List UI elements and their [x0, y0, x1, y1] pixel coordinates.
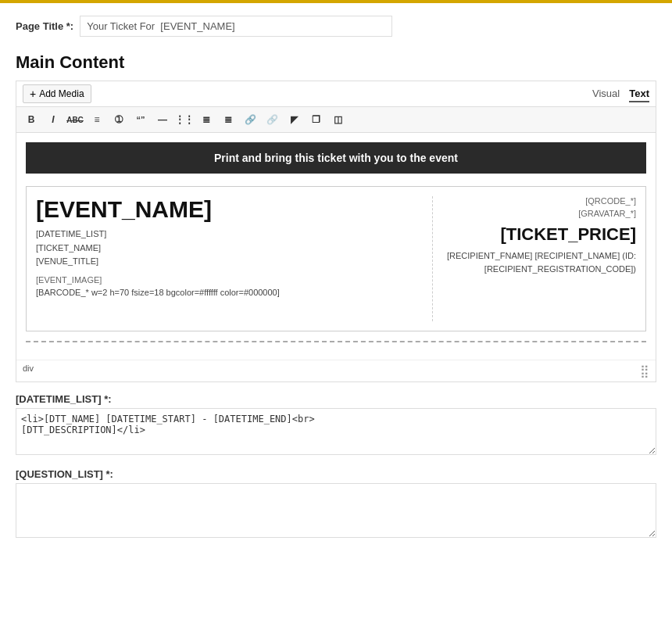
page-title-label: Page Title *: — [16, 16, 73, 32]
ticket-inner: [EVENT_NAME] [DATETIME_LIST] [TICKET_NAM… — [36, 196, 636, 321]
more-button[interactable]: ◫ — [327, 110, 348, 129]
add-media-label: Add Media — [39, 88, 84, 99]
page-title-row: Page Title *: — [16, 16, 656, 37]
datetime-field-textarea[interactable]: <li>[DTT_NAME] [DATETIME_START] - [DATET… — [16, 408, 656, 455]
recipient-tag: [RECIPIENT_FNAME] [RECIPIENT_LNAME] (ID:… — [442, 249, 636, 275]
editor-footer: div ⣿ — [16, 360, 656, 381]
qrcode-tag: [QRCODE_*] — [442, 196, 636, 206]
editor-topbar: + Add Media Visual Text — [16, 81, 656, 107]
question-list-section: [QUESTION_LIST] *: — [16, 468, 656, 540]
datetime-field: [DATETIME_LIST] *: <li>[DTT_NAME] [DATET… — [16, 393, 656, 457]
editor-element-label: div — [23, 364, 34, 378]
link-button[interactable]: 🔗 — [240, 110, 260, 129]
ticket-banner: Print and bring this ticket with you to … — [26, 142, 646, 174]
align-right-button[interactable]: ≣ — [218, 110, 238, 129]
italic-button[interactable]: I — [43, 110, 63, 129]
venue-title-tag: [VENUE_TITLE] — [36, 255, 423, 269]
ticket-right: [QRCODE_*] [GRAVATAR_*] [TICKET_PRICE] [… — [433, 196, 636, 321]
editor-area: + Add Media Visual Text B I ABC ≡ ➀ “” —… — [16, 81, 656, 382]
datetime-field-label: [DATETIME_LIST] *: — [16, 393, 656, 405]
ticket-price-tag: [TICKET_PRICE] — [500, 224, 636, 245]
ordered-list-button[interactable]: ➀ — [109, 110, 129, 129]
unlink-button[interactable]: 🔗 — [262, 110, 282, 129]
datetime-list-tag: [DATETIME_LIST] — [36, 227, 423, 242]
table-button[interactable]: ◤ — [284, 110, 304, 129]
tab-visual[interactable]: Visual — [592, 86, 620, 102]
page-title-input[interactable] — [80, 16, 392, 37]
hr-button[interactable]: — — [152, 110, 173, 129]
blockquote-button[interactable]: “” — [130, 110, 151, 129]
gravatar-tag: [GRAVATAR_*] — [578, 209, 636, 218]
ticket-meta: [DATETIME_LIST] [TICKET_NAME] [VENUE_TIT… — [36, 227, 423, 269]
dashed-separator — [26, 341, 646, 342]
ticket-left: [EVENT_NAME] [DATETIME_LIST] [TICKET_NAM… — [36, 196, 433, 321]
event-image-tag: [EVENT_IMAGE] — [36, 275, 423, 285]
align-left-button[interactable]: ⋮⋮ — [174, 110, 195, 129]
barcode-tag: [BARCODE_* w=2 h=70 fsize=18 bgcolor=#ff… — [36, 288, 423, 297]
fullscreen-button[interactable]: ❐ — [306, 110, 326, 129]
editor-tabs: Visual Text — [592, 86, 649, 102]
resize-handle[interactable]: ⣿ — [640, 364, 649, 378]
editor-content: Print and bring this ticket with you to … — [16, 133, 656, 360]
ticket-box: [EVENT_NAME] [DATETIME_LIST] [TICKET_NAM… — [26, 186, 646, 331]
unordered-list-button[interactable]: ≡ — [87, 110, 107, 129]
event-name-big: [EVENT_NAME] — [36, 196, 423, 223]
bold-button[interactable]: B — [21, 110, 41, 129]
add-media-button[interactable]: + Add Media — [23, 84, 91, 103]
editor-toolbar: B I ABC ≡ ➀ “” — ⋮⋮ ≣ ≣ 🔗 🔗 ◤ ❐ ◫ — [16, 107, 656, 133]
ticket-name-tag: [TICKET_NAME] — [36, 242, 423, 256]
tab-text[interactable]: Text — [629, 86, 649, 102]
page-wrapper: Page Title *: Main Content + Add Media V… — [0, 0, 672, 634]
align-center-button[interactable]: ≣ — [196, 110, 216, 129]
question-list-label: [QUESTION_LIST] *: — [16, 468, 656, 480]
main-content-heading: Main Content — [16, 52, 656, 73]
strikethrough-button[interactable]: ABC — [65, 110, 85, 129]
question-list-textarea[interactable] — [16, 483, 656, 538]
add-media-icon: + — [30, 88, 36, 100]
